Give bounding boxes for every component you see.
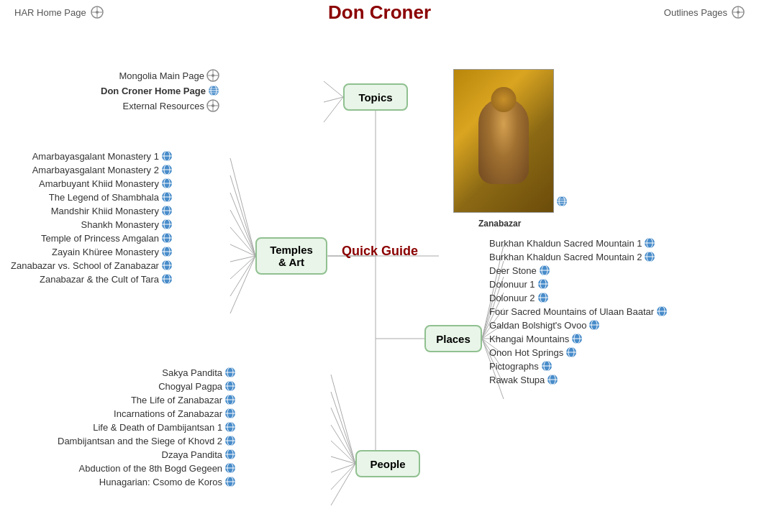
burkhan-1-link[interactable]: Burkhan Khaldun Sacred Mountain 1 — [489, 238, 642, 249]
khangai-link[interactable]: Khangai Mountains — [489, 334, 569, 344]
ie-icon — [588, 319, 600, 331]
ie-icon — [224, 421, 236, 433]
ie-icon — [161, 260, 173, 271]
temples-group: Amarbayasgalant Monastery 1 Amarbayasgal… — [11, 150, 173, 285]
svg-line-45 — [331, 464, 355, 472]
ie-icon — [571, 333, 583, 344]
ie-icon — [224, 408, 236, 419]
list-item: Hunagarian: Csomo de Koros — [99, 476, 236, 487]
life-zanabazar-link[interactable]: The Life of Zanabazar — [131, 395, 222, 405]
list-item: Dzaya Pandita — [162, 449, 237, 460]
temples-box: Temples& Art — [255, 237, 327, 275]
don-croner-home-page-link[interactable]: Don Croner Home Page — [101, 86, 206, 96]
pictographs-link[interactable]: Pictographs — [489, 361, 539, 372]
list-item: Burkhan Khaldun Sacred Mountain 2 — [489, 251, 655, 262]
ie-icon — [644, 251, 655, 262]
har-home-page-link[interactable]: HAR Home Page — [14, 7, 86, 18]
ie-icon — [161, 191, 173, 203]
incarnations-link[interactable]: Incarnations of Zanabazar — [114, 408, 222, 419]
svg-line-47 — [331, 464, 355, 505]
shankh-link[interactable]: Shankh Monastery — [81, 219, 159, 230]
svg-line-8 — [324, 81, 343, 97]
svg-line-14 — [230, 175, 255, 256]
amarbuyant-link[interactable]: Amarbuyant Khiid Monastery — [39, 178, 159, 189]
zanabazar-school-link[interactable]: Zanabazar vs. School of Zanabazar — [11, 260, 159, 271]
shambhala-link[interactable]: The Legend of Shambhala — [49, 192, 159, 203]
life-death-link[interactable]: Life & Death of Dambijantsan 1 — [93, 422, 222, 433]
topics-label: Topics — [358, 91, 392, 104]
ie-icon — [224, 367, 236, 378]
zanabazar-ie-icon[interactable] — [556, 196, 568, 207]
main-content: Mongolia Main Page Don Croner Home Page … — [0, 24, 759, 528]
list-item: Dambijantsan and the Siege of Khovd 2 — [58, 435, 236, 446]
ie-icon — [539, 265, 550, 276]
list-item: Pictographs — [489, 360, 553, 372]
svg-line-15 — [230, 193, 255, 256]
dzaya-link[interactable]: Dzaya Pandita — [162, 449, 223, 460]
list-item: Amarbuyant Khiid Monastery — [39, 178, 173, 189]
burkhan-2-link[interactable]: Burkhan Khaldun Sacred Mountain 2 — [489, 252, 642, 262]
external-resources-link[interactable]: External Resources — [122, 101, 204, 111]
people-label: People — [370, 458, 405, 470]
mandshir-link[interactable]: Mandshir Khiid Monastery — [51, 206, 159, 216]
dolonuur-2-link[interactable]: Dolonuur 2 — [489, 293, 535, 303]
ie-icon — [161, 219, 173, 230]
ie-icon — [656, 306, 668, 317]
zayain-link[interactable]: Zayain Khüree Monastery — [52, 247, 159, 257]
svg-line-21 — [230, 256, 255, 296]
places-box: Places — [424, 325, 482, 352]
deer-stone-link[interactable]: Deer Stone — [489, 265, 537, 276]
temples-label: Temples& Art — [270, 244, 313, 268]
list-item: Mandshir Khiid Monastery — [51, 205, 173, 216]
header-right: Outlines Pages — [664, 6, 745, 19]
rawak-link[interactable]: Rawak Stupa — [489, 375, 545, 385]
list-item: Galdan Bolshigt's Ovoo — [489, 319, 600, 331]
dambijantsan-siege-link[interactable]: Dambijantsan and the Siege of Khovd 2 — [58, 436, 222, 446]
list-item: Zayain Khüree Monastery — [52, 246, 173, 257]
svg-point-60 — [212, 104, 214, 107]
ie-icon — [541, 360, 553, 372]
people-group: Sakya Pandita Chogyal Pagpa The Life of … — [58, 367, 236, 487]
ie-icon — [161, 246, 173, 257]
abduction-link[interactable]: Abduction of the 8th Bogd Gegeen — [79, 463, 223, 474]
outlines-compass-icon — [732, 6, 745, 19]
sakya-link[interactable]: Sakya Pandita — [162, 367, 222, 378]
list-item: The Legend of Shambhala — [49, 191, 173, 203]
ie-icon — [537, 278, 549, 290]
onon-link[interactable]: Onon Hot Springs — [489, 347, 563, 358]
list-item: Don Croner Home Page — [101, 85, 219, 96]
list-item: Four Sacred Mountains of Ulaan Baatar — [489, 306, 668, 317]
svg-point-51 — [212, 74, 214, 77]
ie-icon — [547, 374, 558, 385]
mongolia-main-page-link[interactable]: Mongolia Main Page — [119, 70, 204, 81]
list-item: Rawak Stupa — [489, 374, 558, 385]
svg-line-46 — [331, 464, 355, 490]
list-item: External Resources — [122, 99, 219, 112]
outlines-pages-link[interactable]: Outlines Pages — [664, 7, 727, 18]
chogyal-link[interactable]: Chogyal Pagpa — [158, 381, 222, 392]
svg-line-9 — [324, 97, 343, 102]
hunagarian-link[interactable]: Hunagarian: Csomo de Koros — [99, 477, 222, 487]
four-mountains-link[interactable]: Four Sacred Mountains of Ulaan Baatar — [489, 306, 654, 317]
amarbayasgalant-2-link[interactable]: Amarbayasgalant Monastery 2 — [32, 165, 159, 175]
svg-line-39 — [331, 375, 355, 464]
list-item: Dolonuur 2 — [489, 292, 549, 303]
topics-group: Mongolia Main Page Don Croner Home Page … — [101, 69, 219, 112]
ie-icon — [161, 178, 173, 189]
svg-line-22 — [230, 256, 255, 313]
external-compass-icon — [206, 99, 219, 112]
amarbayasgalant-1-link[interactable]: Amarbayasgalant Monastery 1 — [32, 151, 159, 162]
svg-line-10 — [324, 97, 343, 122]
dolonuur-1-link[interactable]: Dolonuur 1 — [489, 279, 535, 290]
har-compass-icon — [91, 6, 104, 19]
galdan-link[interactable]: Galdan Bolshigt's Ovoo — [489, 320, 586, 331]
zanabazar-image — [453, 69, 554, 213]
people-box: People — [355, 450, 420, 477]
princess-amgalan-link[interactable]: Temple of Princess Amgalan — [41, 233, 159, 244]
zanabazar-tara-link[interactable]: Zanabazar & the Cult of Tara — [40, 274, 159, 285]
ie-icon — [224, 476, 236, 487]
zanabazar-caption: Zanabazar — [478, 219, 521, 229]
ie-icon — [224, 394, 236, 405]
list-item: Shankh Monastery — [81, 219, 173, 230]
list-item: Incarnations of Zanabazar — [114, 408, 236, 419]
